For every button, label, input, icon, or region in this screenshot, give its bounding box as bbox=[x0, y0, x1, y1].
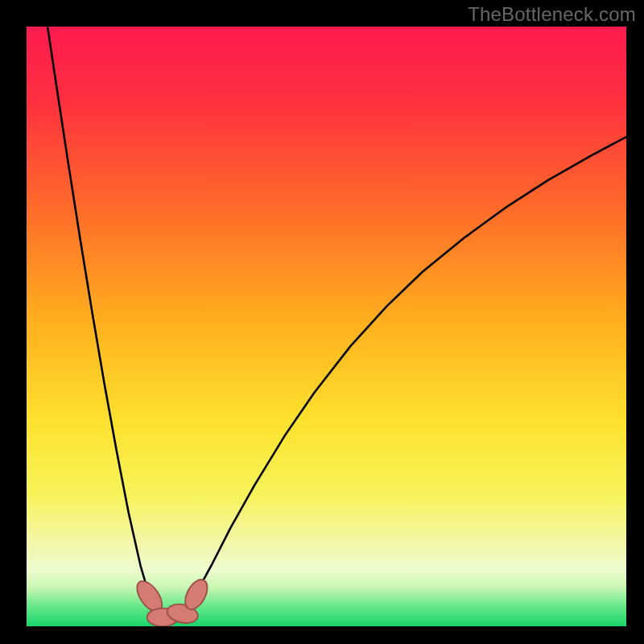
chart-frame: TheBottleneck.com bbox=[0, 0, 644, 644]
plot-area bbox=[27, 27, 626, 626]
data-markers bbox=[27, 27, 626, 626]
watermark-text: TheBottleneck.com bbox=[468, 3, 636, 26]
